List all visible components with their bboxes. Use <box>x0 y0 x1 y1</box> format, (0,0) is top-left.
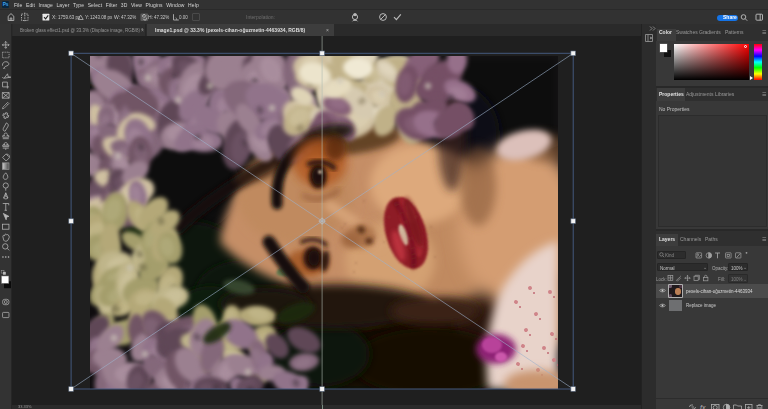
svg-text:fx: fx <box>700 404 706 409</box>
svg-text:Ps: Ps <box>2 2 8 7</box>
